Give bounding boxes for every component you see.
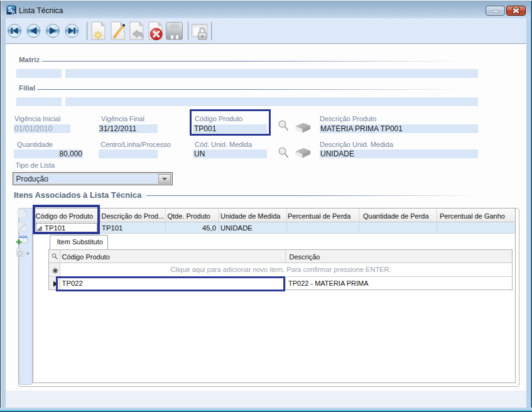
svg-text:p: p <box>11 9 14 14</box>
